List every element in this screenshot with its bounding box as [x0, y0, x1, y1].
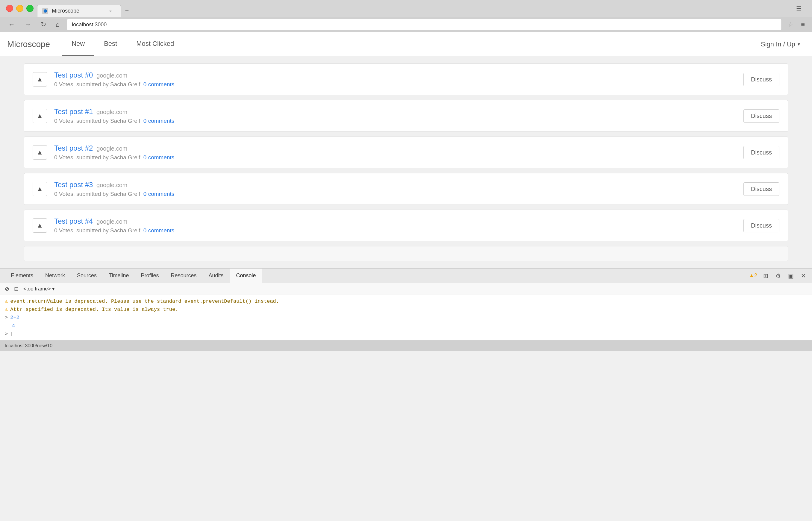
devtools-dock-icon[interactable]: ▣	[787, 271, 795, 280]
comments-link-1[interactable]: 0 comments	[143, 118, 174, 124]
post-title-line-1: Test post #1 google.com	[54, 108, 736, 116]
discuss-button-4[interactable]: Discuss	[743, 219, 779, 232]
status-url: localhost:3000/new/10	[5, 343, 52, 348]
app-viewport: Microscope New Best Most Clicked Sign In…	[0, 32, 812, 268]
discuss-button-0[interactable]: Discuss	[743, 73, 779, 86]
vote-button-1[interactable]: ▲	[33, 109, 47, 123]
post-item-4: ▲ Test post #4 google.com 0 Votes, submi…	[24, 210, 788, 241]
browser-menu-button[interactable]: ≡	[800, 20, 806, 30]
vote-button-3[interactable]: ▲	[33, 182, 47, 196]
devtools-tab-profiles[interactable]: Profiles	[135, 269, 165, 283]
post-meta-1: 0 Votes, submitted by Sacha Greif, 0 com…	[54, 118, 736, 124]
browser-chrome: 🔵 Microscope × + ☰ ← → ↻ ⌂ ☆ ≡	[0, 0, 812, 32]
new-tab-button[interactable]: +	[121, 5, 133, 17]
post-meta-2: 0 Votes, submitted by Sacha Greif, 0 com…	[54, 154, 736, 161]
sign-in-caret-icon: ▾	[798, 41, 800, 47]
devtools-tab-timeline[interactable]: Timeline	[103, 269, 135, 283]
maximize-button[interactable]	[26, 5, 33, 12]
minimize-button[interactable]	[16, 5, 23, 12]
console-clear-icon[interactable]: ⊘	[5, 286, 9, 292]
post-title-4[interactable]: Test post #4	[54, 217, 93, 225]
post-domain-3: google.com	[96, 182, 127, 188]
forward-button[interactable]: →	[22, 20, 33, 30]
post-title-line-3: Test post #3 google.com	[54, 181, 736, 189]
post-item-partial	[24, 246, 788, 261]
post-meta-3: 0 Votes, submitted by Sacha Greif, 0 com…	[54, 191, 736, 197]
devtools-tab-resources[interactable]: Resources	[165, 269, 203, 283]
comments-link-4[interactable]: 0 comments	[143, 227, 174, 233]
app-brand: Microscope	[7, 40, 50, 49]
post-domain-1: google.com	[96, 109, 127, 115]
address-bar[interactable]	[67, 19, 782, 30]
devtools-tab-network[interactable]: Network	[39, 269, 71, 283]
devtools-panel: Elements Network Sources Timeline Profil…	[0, 268, 812, 340]
post-info-4: Test post #4 google.com 0 Votes, submitt…	[54, 217, 736, 234]
comments-link-3[interactable]: 0 comments	[143, 191, 174, 197]
close-button[interactable]	[6, 5, 13, 12]
reload-button[interactable]: ↻	[38, 20, 48, 30]
devtools-close-icon[interactable]: ✕	[800, 271, 807, 280]
post-item-3: ▲ Test post #3 google.com 0 Votes, submi…	[24, 173, 788, 205]
discuss-button-2[interactable]: Discuss	[743, 146, 779, 159]
post-title-line-2: Test post #2 google.com	[54, 144, 736, 152]
devtools-settings-icon[interactable]: ⚙	[774, 271, 782, 280]
console-active-prompt: >	[5, 330, 8, 338]
post-meta-4: 0 Votes, submitted by Sacha Greif, 0 com…	[54, 227, 736, 234]
devtools-tab-sources[interactable]: Sources	[71, 269, 103, 283]
console-input-expression: > 2+2	[5, 314, 807, 322]
post-title-1[interactable]: Test post #1	[54, 108, 93, 116]
devtools-tabs: Elements Network Sources Timeline Profil…	[0, 269, 812, 283]
console-filter-icon[interactable]: ⊟	[14, 286, 19, 292]
post-info-1: Test post #1 google.com 0 Votes, submitt…	[54, 108, 736, 124]
devtools-tab-audits[interactable]: Audits	[203, 269, 230, 283]
post-title-2[interactable]: Test post #2	[54, 144, 93, 152]
vote-button-2[interactable]: ▲	[33, 145, 47, 160]
tab-most-clicked[interactable]: Most Clicked	[126, 32, 184, 56]
post-item-1: ▲ Test post #1 google.com 0 Votes, submi…	[24, 100, 788, 132]
frame-selector[interactable]: <top frame> ▾	[23, 286, 55, 292]
posts-list: ▲ Test post #0 google.com 0 Votes, submi…	[0, 56, 812, 268]
devtools-tab-console[interactable]: Console	[230, 269, 262, 283]
console-active-input[interactable]: > |	[5, 330, 807, 338]
devtools-actions: ▲2 ⊞ ⚙ ▣ ✕	[749, 271, 807, 280]
comments-link-0[interactable]: 0 comments	[143, 81, 174, 87]
browser-titlebar: 🔵 Microscope × + ☰	[0, 0, 812, 17]
devtools-toolbar: ⊘ ⊟ <top frame> ▾	[0, 283, 812, 295]
back-button[interactable]: ←	[6, 20, 17, 30]
console-warning-2: ⚠ Attr.specified is deprecated. Its valu…	[5, 305, 807, 314]
devtools-expand-icon[interactable]: ⊞	[762, 271, 769, 280]
post-title-0[interactable]: Test post #0	[54, 71, 93, 79]
post-domain-4: google.com	[96, 218, 127, 225]
app-navbar: Microscope New Best Most Clicked Sign In…	[0, 32, 812, 56]
post-meta-0: 0 Votes, submitted by Sacha Greif, 0 com…	[54, 81, 736, 88]
devtools-tab-elements[interactable]: Elements	[5, 269, 39, 283]
tab-new[interactable]: New	[62, 32, 94, 56]
console-warning-text-1: event.returnValue is deprecated. Please …	[10, 297, 279, 305]
warning-triangle-icon-2: ⚠	[5, 305, 8, 314]
browser-tab[interactable]: 🔵 Microscope ×	[37, 5, 121, 17]
traffic-lights	[6, 5, 33, 12]
console-warning-1: ⚠ event.returnValue is deprecated. Pleas…	[5, 297, 807, 305]
discuss-button-3[interactable]: Discuss	[743, 182, 779, 196]
warning-count-badge: ▲2	[749, 272, 757, 279]
post-info-0: Test post #0 google.com 0 Votes, submitt…	[54, 71, 736, 88]
tab-close-button[interactable]: ×	[108, 8, 114, 14]
post-domain-2: google.com	[96, 145, 127, 152]
bookmark-button[interactable]: ☆	[787, 20, 795, 30]
status-bar: localhost:3000/new/10	[0, 340, 812, 351]
post-domain-0: google.com	[96, 72, 127, 79]
console-cursor[interactable]: |	[10, 330, 13, 338]
frame-selector-caret-icon: ▾	[52, 286, 55, 292]
url-input[interactable]	[72, 22, 777, 28]
post-item-2: ▲ Test post #2 google.com 0 Votes, submi…	[24, 137, 788, 168]
vote-button-4[interactable]: ▲	[33, 218, 47, 233]
tab-best[interactable]: Best	[94, 32, 126, 56]
sign-in-button[interactable]: Sign In / Up ▾	[756, 38, 805, 51]
home-button[interactable]: ⌂	[53, 20, 62, 30]
post-item: ▲ Test post #0 google.com 0 Votes, submi…	[24, 64, 788, 95]
comments-link-2[interactable]: 0 comments	[143, 154, 174, 160]
post-title-3[interactable]: Test post #3	[54, 181, 93, 189]
vote-button-0[interactable]: ▲	[33, 72, 47, 87]
discuss-button-1[interactable]: Discuss	[743, 109, 779, 123]
console-expression-value: 2+2	[10, 314, 20, 322]
